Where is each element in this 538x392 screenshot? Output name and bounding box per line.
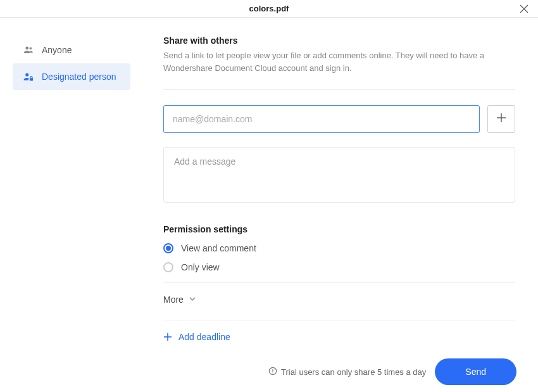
- sidebar-item-label: Anyone: [42, 45, 72, 55]
- more-toggle[interactable]: More: [163, 294, 515, 305]
- svg-point-2: [25, 47, 28, 50]
- plus-icon: [163, 332, 172, 341]
- sidebar-item-label: Designated person: [42, 72, 116, 82]
- svg-point-3: [30, 47, 32, 50]
- svg-point-4: [25, 73, 28, 76]
- add-deadline-label: Add deadline: [178, 332, 230, 342]
- share-description: Send a link to let people view your file…: [163, 49, 515, 74]
- permission-option-view-comment[interactable]: View and comment: [163, 243, 515, 253]
- more-label: More: [163, 294, 184, 305]
- message-input[interactable]: [163, 147, 515, 203]
- person-lock-icon: [23, 71, 34, 82]
- divider: [163, 89, 515, 90]
- sidebar-item-designated[interactable]: Designated person: [13, 63, 130, 90]
- email-input[interactable]: [163, 105, 480, 133]
- permissions-title: Permission settings: [163, 224, 515, 234]
- divider: [163, 320, 515, 320]
- chevron-down-icon: [189, 294, 196, 305]
- svg-point-12: [272, 372, 273, 373]
- radio-icon: [163, 243, 173, 253]
- info-icon: [268, 367, 277, 377]
- permission-label: Only view: [181, 262, 220, 272]
- radio-icon: [163, 262, 173, 272]
- people-icon: [23, 44, 34, 56]
- divider: [163, 282, 515, 283]
- dialog-header: colors.pdf: [0, 0, 538, 18]
- permission-option-only-view[interactable]: Only view: [163, 262, 515, 272]
- send-button[interactable]: Send: [435, 358, 516, 385]
- trial-note-text: Trial users can only share 5 times a day: [281, 367, 426, 377]
- close-icon[interactable]: [518, 3, 530, 15]
- sidebar-item-anyone[interactable]: Anyone: [0, 37, 141, 63]
- permission-label: View and comment: [181, 243, 256, 253]
- svg-rect-5: [30, 78, 33, 80]
- add-deadline-button[interactable]: Add deadline: [163, 332, 515, 342]
- share-mode-sidebar: Anyone Designated person: [0, 18, 141, 392]
- trial-note: Trial users can only share 5 times a day: [268, 367, 426, 377]
- file-title: colors.pdf: [249, 4, 289, 13]
- plus-icon: [496, 112, 507, 126]
- share-panel: Share with others Send a link to let peo…: [141, 18, 538, 392]
- dialog-footer: Trial users can only share 5 times a day…: [0, 351, 538, 392]
- share-title: Share with others: [163, 35, 515, 46]
- add-recipient-button[interactable]: [487, 105, 515, 133]
